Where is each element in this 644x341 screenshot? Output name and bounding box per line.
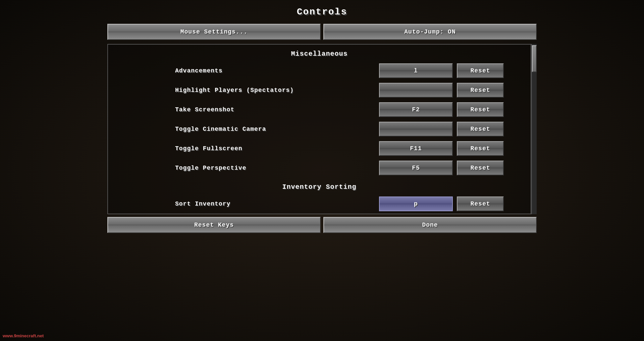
key-button-toggle-perspective[interactable]: F5 [379,161,453,175]
settings-panel: Miscellaneous Advancements l Reset Highl… [107,44,531,214]
key-button-sort-inventory[interactable]: p [379,196,453,211]
setting-label-advancements: Advancements [175,67,379,74]
done-button[interactable]: Done [323,217,537,233]
setting-row-sort-inventory: Sort Inventory p Reset [108,194,531,214]
scrollbar[interactable] [531,44,537,214]
setting-label-toggle-cinematic: Toggle Cinematic Camera [175,126,379,132]
page-title: Controls [297,7,347,17]
reset-keys-button[interactable]: Reset Keys [107,217,321,233]
watermark: www.9minecraft.net [3,333,44,338]
setting-row-take-screenshot: Take Screenshot F2 Reset [108,100,531,119]
reset-button-toggle-fullscreen[interactable]: Reset [457,141,504,156]
setting-row-toggle-fullscreen: Toggle Fullscreen F11 Reset [108,139,531,158]
section-header-miscellaneous: Miscellaneous [108,45,531,61]
setting-label-toggle-perspective: Toggle Perspective [175,165,379,171]
key-button-take-screenshot[interactable]: F2 [379,102,453,117]
reset-button-advancements[interactable]: Reset [457,63,504,78]
key-button-toggle-cinematic[interactable] [379,122,453,136]
key-button-toggle-fullscreen[interactable]: F11 [379,141,453,156]
setting-row-highlight-players: Highlight Players (Spectators) Reset [108,80,531,100]
reset-button-take-screenshot[interactable]: Reset [457,102,504,117]
section-header-inventory-sorting: Inventory Sorting [108,178,531,194]
reset-button-sort-inventory[interactable]: Reset [457,196,504,211]
setting-label-sort-inventory: Sort Inventory [175,201,379,207]
setting-row-advancements: Advancements l Reset [108,61,531,80]
setting-label-take-screenshot: Take Screenshot [175,106,379,113]
bottom-buttons-row: Reset Keys Done [107,217,537,233]
setting-label-toggle-fullscreen: Toggle Fullscreen [175,145,379,152]
reset-button-toggle-perspective[interactable]: Reset [457,161,504,175]
key-button-advancements[interactable]: l [379,63,453,78]
reset-button-highlight-players[interactable]: Reset [457,83,504,98]
top-buttons-row: Mouse Settings... Auto-Jump: ON [107,24,537,40]
setting-label-highlight-players: Highlight Players (Spectators) [175,87,379,94]
reset-button-toggle-cinematic[interactable]: Reset [457,122,504,136]
setting-row-toggle-cinematic: Toggle Cinematic Camera Reset [108,119,531,139]
scrollbar-thumb[interactable] [532,45,537,72]
scroll-area: Miscellaneous Advancements l Reset Highl… [107,44,537,214]
mouse-settings-button[interactable]: Mouse Settings... [107,24,321,40]
setting-row-toggle-perspective: Toggle Perspective F5 Reset [108,158,531,178]
auto-jump-button[interactable]: Auto-Jump: ON [323,24,537,40]
key-button-highlight-players[interactable] [379,83,453,98]
